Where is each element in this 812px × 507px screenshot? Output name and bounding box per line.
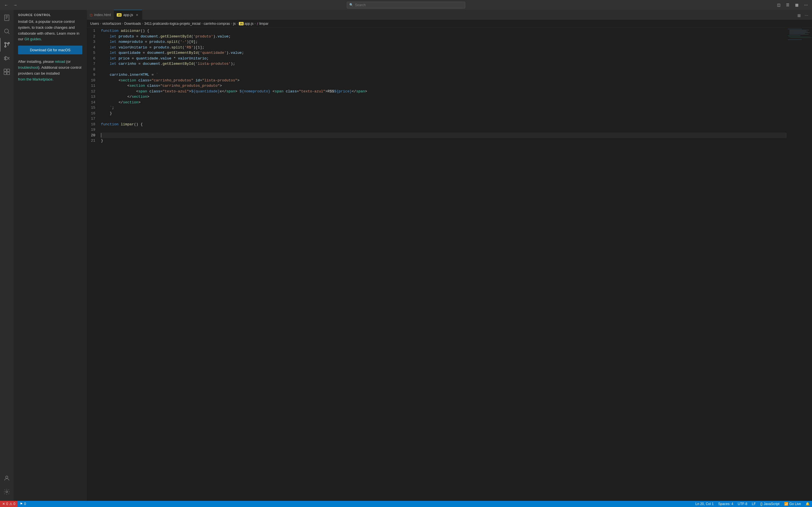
split-editor-button[interactable]: ▦ bbox=[796, 12, 802, 18]
svg-rect-23 bbox=[788, 40, 802, 40]
breadcrumb-downloads[interactable]: Downloads bbox=[124, 22, 141, 25]
status-position[interactable]: Ln 20, Col 1 bbox=[693, 501, 716, 507]
after-install-text: After installing, please reload (or trou… bbox=[18, 59, 82, 82]
activity-item-run-debug[interactable] bbox=[0, 52, 13, 65]
ln-15: 15 bbox=[87, 105, 99, 111]
ln-16: 16 bbox=[87, 111, 99, 116]
breadcrumb-appjs[interactable]: JSapp.js bbox=[239, 22, 253, 25]
breadcrumb-limpar[interactable]: ƒlimpar bbox=[257, 22, 268, 25]
activity-item-search[interactable] bbox=[0, 24, 13, 38]
tab-label-index-html: index.html bbox=[94, 13, 111, 17]
info-count: 0 bbox=[24, 502, 26, 506]
status-right: Ln 20, Col 1 Spaces: 4 UTF-8 LF {} JavaS… bbox=[693, 501, 812, 507]
svg-rect-0 bbox=[4, 15, 9, 20]
tab-index-html[interactable]: ◻ index.html bbox=[87, 10, 114, 20]
ln-8: 8 bbox=[87, 67, 99, 72]
code-line-5: let quantidade = document.getElementById… bbox=[101, 50, 786, 56]
status-info[interactable]: ⚑ 0 bbox=[17, 501, 28, 507]
git-guides-link[interactable]: Git guides bbox=[24, 37, 41, 41]
info-icon: ⚑ bbox=[20, 502, 23, 506]
ln-4: 4 bbox=[87, 45, 99, 50]
svg-rect-8 bbox=[7, 69, 10, 71]
code-line-21: } bbox=[101, 138, 786, 144]
svg-rect-15 bbox=[790, 31, 806, 31]
more-tab-actions-button[interactable]: ⋯ bbox=[803, 12, 810, 18]
marketplace-link[interactable]: from the Marketplace bbox=[18, 77, 52, 81]
js-file-icon: JS bbox=[117, 13, 121, 17]
ln-21: 21 bbox=[87, 138, 99, 144]
search-bar[interactable]: 🔍 bbox=[347, 2, 465, 8]
tab-close-button[interactable]: × bbox=[135, 13, 139, 17]
search-input[interactable] bbox=[355, 3, 463, 7]
svg-rect-22 bbox=[790, 38, 812, 38]
svg-point-6 bbox=[4, 59, 6, 60]
nav-back-button[interactable]: ← bbox=[2, 1, 10, 9]
broadcast-icon: 📶 bbox=[784, 502, 788, 506]
svg-rect-16 bbox=[790, 32, 808, 32]
status-spaces[interactable]: Spaces: 4 bbox=[716, 501, 735, 507]
svg-rect-18 bbox=[790, 33, 805, 34]
more-actions-button[interactable]: ⋯ bbox=[802, 1, 810, 9]
minimap-svg bbox=[787, 28, 812, 141]
activity-item-explorer[interactable] bbox=[0, 11, 13, 24]
code-line-17 bbox=[101, 116, 786, 122]
svg-rect-21 bbox=[789, 37, 810, 37]
breadcrumb-carrinho[interactable]: carrinho-compras bbox=[204, 22, 230, 25]
sidebar-content: Install Git, a popular source control sy… bbox=[13, 19, 87, 501]
appjs-icon: JS bbox=[239, 22, 244, 25]
download-git-button[interactable]: Download Git for macOS bbox=[18, 46, 82, 54]
breadcrumb-project[interactable]: 3411-praticando-logica-projeto_inicial bbox=[144, 22, 200, 25]
ln-13: 13 bbox=[87, 94, 99, 100]
toggle-sidebar-button[interactable]: ☰ bbox=[784, 1, 792, 9]
ln-20: 20 bbox=[87, 133, 99, 138]
tab-app-js[interactable]: JS app.js × bbox=[114, 10, 142, 20]
tab-bar: ◻ index.html JS app.js × ▦ ⋯ bbox=[87, 10, 812, 20]
ln-18: 18 bbox=[87, 122, 99, 127]
code-line-9: carrinho.innerHTML = ` bbox=[101, 72, 786, 78]
code-line-1: function adicionar() { bbox=[101, 28, 786, 34]
ln-5: 5 bbox=[87, 50, 99, 56]
nav-forward-button[interactable]: → bbox=[11, 1, 19, 9]
activity-item-extensions[interactable] bbox=[0, 65, 13, 78]
toggle-layout-button[interactable]: ▦ bbox=[793, 1, 801, 9]
activity-item-settings[interactable] bbox=[0, 485, 13, 499]
code-content[interactable]: function adicionar() { let produto = doc… bbox=[101, 27, 786, 501]
status-eol[interactable]: LF bbox=[750, 501, 758, 507]
activity-item-source-control[interactable] bbox=[0, 38, 13, 52]
svg-rect-13 bbox=[788, 29, 802, 29]
code-line-6: let price = quantidade.value * valorUnit… bbox=[101, 56, 786, 61]
breadcrumb-js[interactable]: js bbox=[233, 22, 236, 25]
sidebar-header: Source Control bbox=[13, 10, 87, 19]
minimap-content bbox=[786, 27, 812, 142]
code-line-20 bbox=[101, 133, 786, 138]
toggle-panel-button[interactable]: ◫ bbox=[775, 1, 783, 9]
warning-count: 0 bbox=[13, 502, 15, 506]
editor-area: ◻ index.html JS app.js × ▦ ⋯ Users › vic… bbox=[87, 10, 812, 501]
status-golive[interactable]: 📶 Go Live bbox=[782, 501, 803, 507]
code-line-2: let produto = document.getElementById('p… bbox=[101, 34, 786, 40]
activity-item-account[interactable] bbox=[0, 471, 13, 485]
status-bar: ✕ 0 ⚠ 0 ⚑ 0 Ln 20, Col 1 Spaces: 4 UTF-8… bbox=[0, 501, 812, 507]
line-numbers: 1 2 3 4 5 6 7 8 9 10 11 12 13 14 15 16 1… bbox=[87, 27, 101, 501]
status-errors[interactable]: ✕ 0 ⚠ 0 bbox=[0, 501, 17, 507]
ln-10: 10 bbox=[87, 78, 99, 83]
svg-point-4 bbox=[5, 46, 6, 47]
ln-7: 7 bbox=[87, 61, 99, 67]
error-count: 0 bbox=[6, 502, 8, 506]
code-line-14: </section> bbox=[101, 100, 786, 105]
warning-icon: ⚠ bbox=[9, 502, 12, 506]
code-line-3: let nomeproduto = produto.split('-')[0]; bbox=[101, 39, 786, 45]
ln-6: 6 bbox=[87, 56, 99, 61]
status-encoding[interactable]: UTF-8 bbox=[735, 501, 750, 507]
activity-bar bbox=[0, 10, 13, 501]
breadcrumb-users[interactable]: Users bbox=[90, 22, 99, 25]
reload-link[interactable]: reload bbox=[55, 59, 65, 64]
ln-11: 11 bbox=[87, 83, 99, 89]
status-language[interactable]: {} JavaScript bbox=[758, 501, 782, 507]
troubleshoot-link[interactable]: troubleshoot bbox=[18, 65, 38, 69]
titlebar-right-controls: ◫ ☰ ▦ ⋯ bbox=[775, 1, 810, 9]
html-file-icon: ◻ bbox=[90, 13, 93, 17]
breadcrumb-victorfazzoni[interactable]: victorfazzoni bbox=[102, 22, 121, 25]
sidebar-description: Install Git, a popular source control sy… bbox=[18, 19, 82, 42]
status-notifications[interactable]: 🔔 bbox=[803, 501, 812, 507]
